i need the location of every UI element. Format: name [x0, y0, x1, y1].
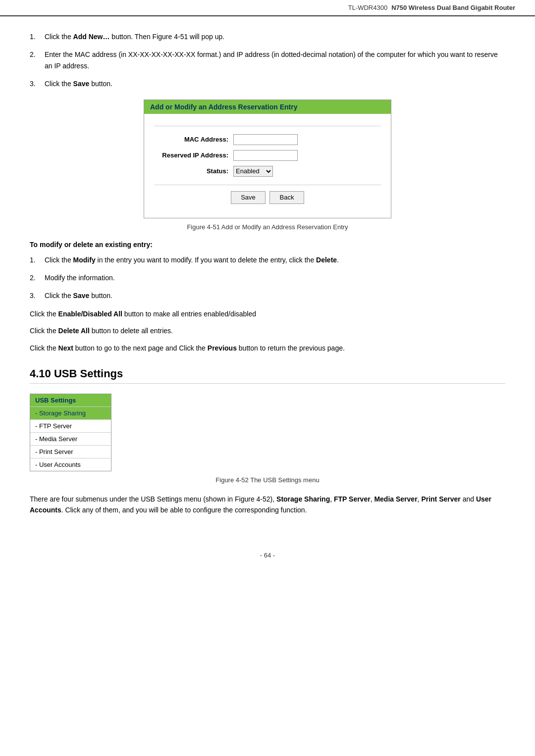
- label-status: Status:: [154, 167, 233, 175]
- figure52-caption: Figure 4-52 The USB Settings menu: [30, 476, 505, 484]
- dialog-sep-bottom: [154, 185, 381, 185]
- usb-settings-menu: USB Settings - Storage Sharing - FTP Ser…: [30, 394, 111, 471]
- dialog-body: MAC Address: Reserved IP Address: Status…: [144, 114, 391, 218]
- form-row-ip: Reserved IP Address:: [154, 150, 381, 161]
- step-1: 1. Click the Add New… button. Then Figur…: [30, 31, 505, 42]
- section-heading: 4.10 USB Settings: [30, 367, 505, 384]
- step-2: 2. Enter the MAC address (in XX-XX-XX-XX…: [30, 49, 505, 71]
- select-status[interactable]: Enabled Disabled: [233, 166, 273, 177]
- main-content: 1. Click the Add New… button. Then Figur…: [0, 26, 535, 542]
- modify-heading: To modify or delete an existing entry:: [30, 241, 505, 249]
- modify-step-1-num: 1.: [30, 254, 45, 265]
- modify-step-2: 2. Modify the information.: [30, 272, 505, 283]
- usb-menu-item-users[interactable]: - User Accounts: [30, 458, 111, 471]
- para-delete-all: Click the Delete All button to delete al…: [30, 325, 505, 336]
- modify-step-2-num: 2.: [30, 272, 45, 283]
- figure51-caption: Figure 4-51 Add or Modify an Address Res…: [30, 223, 505, 231]
- step-1-num: 1.: [30, 31, 45, 42]
- dialog-title-bar: Add or Modify an Address Reservation Ent…: [144, 100, 391, 114]
- input-ip[interactable]: [233, 150, 298, 161]
- usb-menu-item-media[interactable]: - Media Server: [30, 432, 111, 445]
- dialog-buttons: Save Back: [154, 191, 381, 210]
- page-number: - 64 -: [260, 552, 275, 559]
- para-enable: Click the Enable/Disabled All button to …: [30, 308, 505, 319]
- para-next: Click the Next button to go to the next …: [30, 343, 505, 353]
- back-button[interactable]: Back: [269, 191, 304, 204]
- dialog-wrapper: Add or Modify an Address Reservation Ent…: [30, 100, 505, 218]
- dialog-box: Add or Modify an Address Reservation Ent…: [144, 100, 391, 218]
- form-row-status: Status: Enabled Disabled: [154, 166, 381, 177]
- modify-step-3-text: Click the Save button.: [45, 290, 505, 301]
- usb-menu-item-storage[interactable]: - Storage Sharing: [30, 406, 111, 419]
- modify-step-1-text: Click the Modify in the entry you want t…: [45, 254, 505, 265]
- modify-step-1: 1. Click the Modify in the entry you wan…: [30, 254, 505, 265]
- dialog-sep-top: [154, 126, 381, 126]
- step-1-text: Click the Add New… button. Then Figure 4…: [45, 31, 505, 42]
- label-mac: MAC Address:: [154, 136, 233, 143]
- label-ip: Reserved IP Address:: [154, 151, 233, 159]
- usb-menu-item-print[interactable]: - Print Server: [30, 445, 111, 458]
- input-mac[interactable]: [233, 134, 298, 145]
- step-2-num: 2.: [30, 49, 45, 71]
- header-bar: TL-WDR4300 N750 Wireless Dual Band Gigab…: [0, 0, 535, 16]
- step-3-text: Click the Save button.: [45, 78, 505, 89]
- step-3-num: 3.: [30, 78, 45, 89]
- step-3: 3. Click the Save button.: [30, 78, 505, 89]
- page-footer: - 64 -: [0, 542, 535, 564]
- modify-step-3: 3. Click the Save button.: [30, 290, 505, 301]
- para-usb: There are four submenus under the USB Se…: [30, 494, 505, 516]
- page-container: TL-WDR4300 N750 Wireless Dual Band Gigab…: [0, 0, 535, 756]
- usb-menu-header: USB Settings: [30, 394, 111, 406]
- step-2-text: Enter the MAC address (in XX-XX-XX-XX-XX…: [45, 49, 505, 71]
- modify-step-2-text: Modify the information.: [45, 272, 505, 283]
- header-title: N750 Wireless Dual Band Gigabit Router: [391, 4, 515, 11]
- header-model: TL-WDR4300: [348, 4, 387, 11]
- form-row-mac: MAC Address:: [154, 134, 381, 145]
- save-button[interactable]: Save: [231, 191, 266, 204]
- usb-menu-item-ftp[interactable]: - FTP Server: [30, 419, 111, 432]
- modify-step-3-num: 3.: [30, 290, 45, 301]
